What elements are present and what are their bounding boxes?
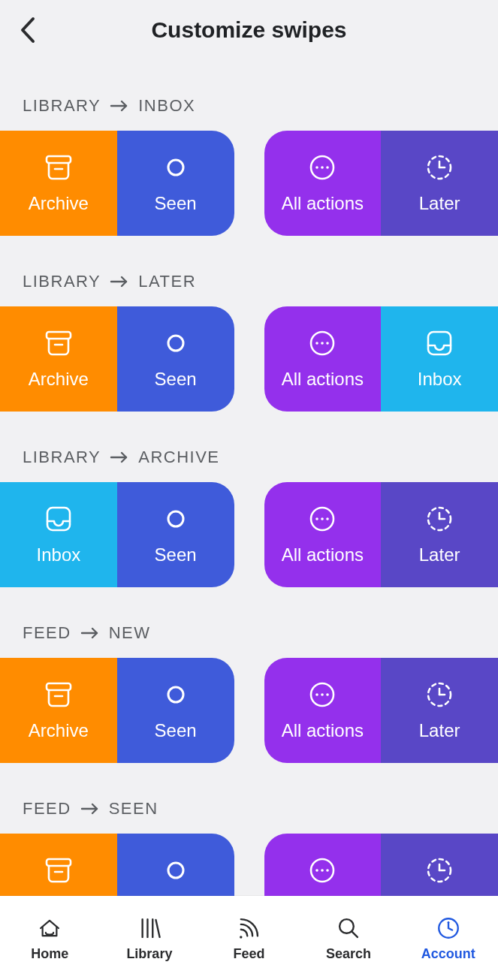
swipe-row: Archive Seen All actions Later [0,834,498,896]
svg-point-24 [316,517,319,520]
swipe-tile-label: Archive [29,720,89,741]
swipe-tile-later[interactable]: Later [381,658,498,763]
later-icon [424,855,454,885]
swipe-tile-later[interactable]: Later [381,131,498,236]
section-heading: LIBRARYINBOX [0,96,498,131]
swipe-tile-inbox[interactable]: Inbox [381,306,498,412]
svg-point-7 [327,166,330,169]
section-heading-right: NEW [109,623,151,643]
swipe-tile-label: All actions [282,720,364,741]
svg-rect-31 [47,683,71,690]
section-heading-right: LATER [138,272,196,291]
svg-point-26 [327,517,330,520]
swipe-tile-label: All actions [282,369,364,390]
svg-point-6 [321,166,324,169]
archive-icon [44,855,74,885]
section-heading-left: FEED [23,623,71,643]
svg-point-33 [168,687,183,702]
section-heading-right: SEEN [109,799,158,819]
svg-rect-1 [47,156,71,163]
feed-icon [235,915,262,942]
svg-point-35 [316,693,319,696]
svg-point-47 [321,869,324,872]
svg-point-36 [321,693,324,696]
swipe-pair-left: Inbox Seen [0,482,234,587]
svg-point-22 [168,511,183,526]
circle-icon [161,504,191,534]
swipe-row: Archive Seen All actions Later [0,131,498,236]
swipe-tile-all-actions[interactable]: All actions [264,306,382,412]
section-heading-left: FEED [23,799,71,819]
archive-icon [44,152,74,182]
section-heading: FEEDSEEN [0,799,498,834]
svg-point-46 [316,869,319,872]
tab-library[interactable]: Library [100,915,200,962]
svg-point-5 [316,166,319,169]
swipe-tile-all-actions[interactable]: All actions [264,834,382,896]
circle-icon [161,152,191,182]
all-actions-icon [307,855,337,885]
swipe-tile-archive[interactable]: Archive [0,834,117,896]
swipe-tile-later[interactable]: Later [381,834,498,896]
svg-point-3 [168,160,183,175]
later-icon [424,680,454,710]
chevron-left-icon [18,16,36,44]
swipe-row: Archive Seen All actions Inbox [0,306,498,412]
back-button[interactable] [11,14,44,47]
swipe-tile-seen[interactable]: Seen [117,658,234,763]
swipe-pair-left: Archive Seen [0,306,234,412]
swipe-tile-seen[interactable]: Seen [117,482,234,587]
inbox-icon [44,504,74,534]
page-title: Customize swipes [151,17,346,43]
svg-point-16 [316,342,319,345]
swipe-tile-inbox[interactable]: Inbox [0,482,117,587]
svg-line-55 [155,919,159,936]
swipe-pair-right: All actions Later [264,834,499,896]
tab-home[interactable]: Home [0,915,100,962]
section-heading-left: LIBRARY [23,448,101,467]
swipe-tile-all-actions[interactable]: All actions [264,482,382,587]
swipe-tile-later[interactable]: Later [381,482,498,587]
swipe-tile-seen[interactable]: Seen [117,834,234,896]
swipe-tile-label: Later [419,193,460,214]
tab-feed[interactable]: Feed [199,915,299,962]
swipe-section-library-archive: LIBRARYARCHIVE Inbox Seen All actions La… [0,448,498,587]
section-heading: LIBRARYLATER [0,272,498,306]
swipe-tile-all-actions[interactable]: All actions [264,658,382,763]
section-heading-right: INBOX [138,96,195,116]
section-heading: LIBRARYARCHIVE [0,448,498,482]
swipe-tile-label: Later [419,544,460,565]
tab-search[interactable]: Search [299,915,399,962]
swipe-tile-all-actions[interactable]: All actions [264,131,382,236]
swipe-tile-seen[interactable]: Seen [117,131,234,236]
swipe-tile-label: Inbox [37,544,81,565]
arrow-right-icon [80,802,100,816]
swipe-pair-left: Archive Seen [0,834,234,896]
swipe-tile-archive[interactable]: Archive [0,131,117,236]
swipe-tile-label: Seen [155,369,197,390]
inbox-icon [424,328,454,358]
arrow-right-icon [110,275,129,288]
svg-line-57 [352,932,358,937]
section-heading-left: LIBRARY [23,96,101,116]
tab-account[interactable]: Account [398,915,498,962]
arrow-right-icon [80,626,100,640]
all-actions-icon [307,152,337,182]
svg-rect-19 [428,332,451,354]
tab-label: Search [326,946,371,962]
swipe-pair-left: Archive Seen [0,658,234,763]
all-actions-icon [307,680,337,710]
library-icon [136,915,163,942]
swipe-tile-archive[interactable]: Archive [0,658,117,763]
section-heading-left: LIBRARY [23,272,101,291]
swipe-tile-archive[interactable]: Archive [0,306,117,412]
svg-point-17 [321,342,324,345]
swipe-tile-label: All actions [282,544,364,565]
settings-content: LIBRARYINBOX Archive Seen All actions La… [0,60,498,896]
archive-icon [44,328,74,358]
tab-label: Library [126,946,172,962]
swipe-tile-seen[interactable]: Seen [117,306,234,412]
circle-icon [161,855,191,885]
header-bar: Customize swipes [0,0,498,60]
all-actions-icon [307,504,337,534]
